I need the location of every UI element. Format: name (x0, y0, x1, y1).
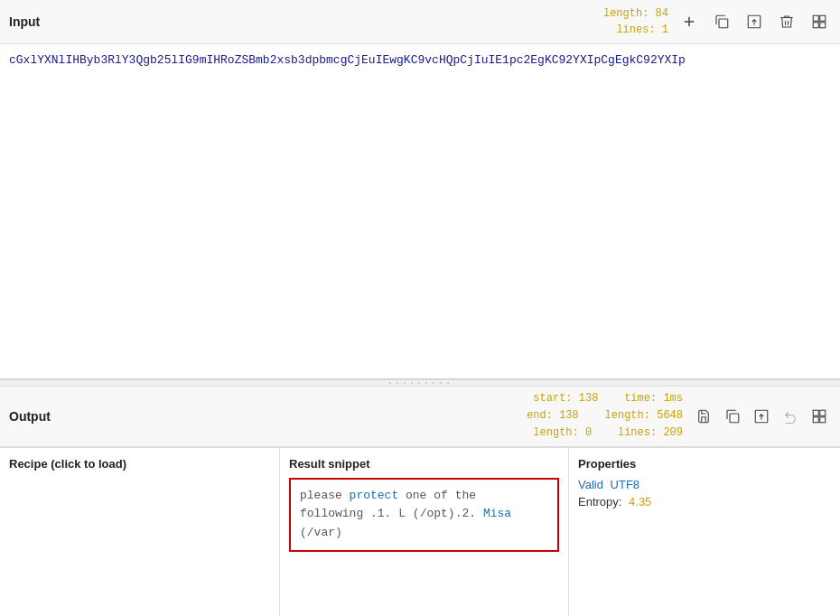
svg-rect-8 (820, 23, 826, 28)
add-button[interactable] (677, 12, 701, 32)
length2-value: 5648 (657, 409, 683, 422)
snippet-keyword1: protect (350, 489, 399, 502)
copy-button[interactable] (710, 12, 733, 32)
svg-rect-7 (813, 23, 818, 28)
valid-value: UTF8 (611, 478, 640, 491)
output-section: Output start: 138 time: 1ms end: 138 len… (0, 387, 840, 616)
svg-rect-14 (813, 417, 818, 423)
end-value: 138 (559, 409, 579, 422)
end-label: end: (527, 409, 553, 422)
recipe-column: Recipe (click to load) (0, 448, 280, 616)
snippet-text5: (/opt).2. (406, 507, 483, 520)
output-title: Output (9, 409, 51, 424)
snippet-text1: please (300, 489, 350, 502)
recipe-col-header: Recipe (click to load) (9, 457, 270, 471)
input-section: Input length: 84 lines: 1 (0, 0, 840, 379)
time-value: 1ms (663, 392, 683, 405)
copy-icon (714, 14, 730, 30)
output-icons (692, 406, 831, 426)
snippet-text2: one of the (398, 489, 476, 502)
output-table: Recipe (click to load) Result snippet pl… (0, 447, 840, 616)
result-column: Result snippet please protect one of the… (280, 448, 569, 616)
export-icon (746, 14, 762, 30)
snippet-text6: (/var) (300, 526, 342, 539)
snippet-text4: .1. (370, 507, 398, 520)
output-export-icon (753, 408, 770, 425)
properties-col-header: Properties (578, 457, 831, 471)
undo-button[interactable] (779, 406, 802, 426)
input-text: cGxlYXNlIHByb3RlY3Qgb25lIG9mIHRoZSBmb2xs… (9, 53, 831, 67)
svg-rect-15 (820, 417, 826, 423)
output-lines-value: 209 (663, 426, 683, 439)
svg-rect-9 (730, 414, 739, 423)
properties-column: Properties Valid UTF8 Entropy: 4.35 (569, 448, 840, 616)
input-content-area[interactable]: cGxlYXNlIHByb3RlY3Qgb25lIG9mIHRoZSBmb2xs… (0, 44, 840, 378)
undo-icon (782, 408, 798, 425)
length2-label: length: (605, 409, 650, 422)
entropy-value: 4.35 (629, 495, 651, 509)
output-layout-icon (811, 408, 827, 425)
output-header-right: start: 138 time: 1ms end: 138 length: 56… (527, 390, 831, 443)
export-button[interactable] (742, 12, 766, 32)
save-button[interactable] (692, 406, 715, 426)
start-value: 138 (579, 392, 599, 405)
save-icon (695, 408, 712, 425)
svg-rect-2 (719, 19, 728, 28)
entropy-property: Entropy: 4.35 (578, 495, 831, 509)
output-header: Output start: 138 time: 1ms end: 138 len… (0, 387, 840, 447)
input-stats: length: 84 lines: 1 (603, 5, 668, 38)
time-label: time: (624, 392, 657, 405)
delete-button[interactable] (775, 12, 798, 32)
snippet-keyword3: Misa (483, 507, 511, 520)
length-label: length: (603, 7, 649, 20)
trash-icon (779, 14, 795, 30)
length-value: 84 (656, 7, 668, 20)
result-col-header: Result snippet (289, 457, 559, 471)
output-length-value: 0 (585, 426, 592, 439)
svg-rect-6 (820, 15, 826, 21)
output-copy-icon (724, 408, 741, 425)
output-stats: start: 138 time: 1ms end: 138 length: 56… (527, 390, 683, 443)
result-snippet-box: please protect one of the following .1. … (289, 478, 559, 552)
lines-label: lines: (616, 23, 655, 36)
input-title: Input (9, 14, 40, 29)
snippet-following: following (300, 507, 370, 520)
resize-handle[interactable]: ········· (0, 379, 840, 387)
output-length-label: length: (533, 426, 578, 439)
entropy-label: Entropy: (578, 495, 621, 509)
layout-button[interactable] (807, 12, 831, 32)
output-export-button[interactable] (750, 406, 773, 426)
input-header: Input length: 84 lines: 1 (0, 0, 840, 44)
output-lines-label: lines: (618, 426, 657, 439)
start-label: start: (533, 392, 572, 405)
layout-icon (811, 14, 827, 30)
output-copy-button[interactable] (721, 406, 744, 426)
svg-rect-12 (813, 410, 818, 415)
plus-icon (681, 14, 697, 30)
svg-rect-5 (813, 15, 818, 21)
input-header-right: length: 84 lines: 1 (603, 5, 831, 38)
svg-rect-13 (820, 410, 826, 415)
lines-value: 1 (662, 23, 668, 36)
snippet-keyword2: L (398, 507, 406, 520)
valid-property: Valid UTF8 (578, 478, 831, 491)
output-table-inner: Recipe (click to load) Result snippet pl… (0, 447, 840, 616)
output-layout-button[interactable] (807, 406, 831, 426)
valid-label: Valid (578, 478, 603, 491)
